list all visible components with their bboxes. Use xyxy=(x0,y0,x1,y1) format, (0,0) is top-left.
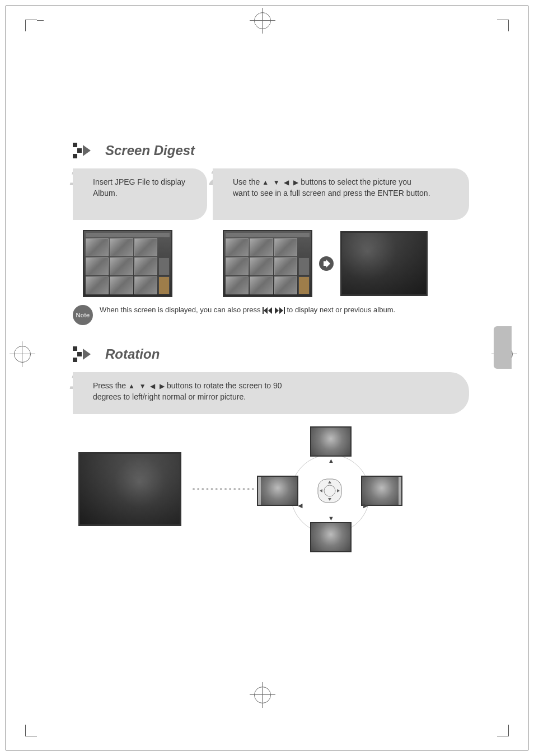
svg-marker-13 xyxy=(83,349,91,360)
regmark-left xyxy=(14,346,31,363)
original-image xyxy=(78,452,181,526)
footnote-post: to display next or previous album. xyxy=(287,306,395,314)
rotated-right xyxy=(361,476,402,506)
rotated-up xyxy=(310,426,352,457)
rotate-diagram: ▲ ▼ ◀ ▶ xyxy=(265,426,394,552)
arrow-up-icon: ▲ xyxy=(262,179,269,186)
section-title-digest: Screen Digest xyxy=(73,143,469,158)
arrow-right-circle-icon xyxy=(319,256,334,271)
rot-line1-pre: Press the xyxy=(93,381,128,390)
album-screen xyxy=(223,230,312,297)
digest-step1: 1 Insert JPEG File to display Album. xyxy=(73,168,207,297)
arrow-up-icon: ▲ xyxy=(328,457,334,464)
svg-rect-11 xyxy=(77,352,82,356)
svg-marker-6 xyxy=(268,307,272,314)
arrow-down-icon: ▼ xyxy=(139,382,146,390)
step1-text: Insert JPEG File to display Album. xyxy=(93,177,185,198)
section-title-rotation-text: Rotation xyxy=(105,346,160,362)
rot-line1-post: buttons to rotate the screen to 90 xyxy=(167,381,282,390)
svg-rect-4 xyxy=(263,307,264,314)
arrow-down-icon: ▼ xyxy=(328,515,334,522)
digest-step2: 2 Use the ▲ ▼ ◀ ▶ buttons to select the … xyxy=(213,168,469,297)
section-title-digest-text: Screen Digest xyxy=(105,143,195,158)
arrow-right-icon: ▶ xyxy=(293,179,298,186)
svg-rect-12 xyxy=(73,358,77,362)
regmark-bottom xyxy=(254,687,271,703)
rotated-left xyxy=(257,476,298,506)
section-title-rotation: Rotation xyxy=(73,346,469,362)
footnote: Note When this screen is displayed, you … xyxy=(73,305,469,325)
arrow-left-icon: ◀ xyxy=(284,179,289,186)
dpad-icon xyxy=(316,477,344,505)
regmark-top xyxy=(254,12,271,29)
album-screen xyxy=(83,230,172,297)
dotted-line xyxy=(193,488,254,490)
step2-line1-post: buttons to select the picture you xyxy=(301,177,411,186)
arrow-left-icon: ◀ xyxy=(298,502,302,509)
svg-rect-10 xyxy=(73,346,77,351)
arrow-up-icon: ▲ xyxy=(128,382,135,390)
svg-marker-8 xyxy=(279,307,283,314)
rot-line2: degrees to left/right normal or mirror p… xyxy=(93,392,246,401)
step2-line1-pre: Use the xyxy=(233,177,262,186)
svg-marker-5 xyxy=(264,307,268,314)
arrow-right-icon: ▶ xyxy=(160,382,165,390)
svg-rect-1 xyxy=(77,148,82,153)
arrow-down-icon: ▼ xyxy=(273,179,280,186)
chevron-icon xyxy=(73,346,100,362)
fullscreen-photo xyxy=(340,231,428,296)
svg-rect-0 xyxy=(73,143,77,147)
rotated-down xyxy=(310,522,352,552)
svg-marker-7 xyxy=(275,307,279,314)
rotation-step1: 1 Press the ▲ ▼ ◀ ▶ buttons to rotate th… xyxy=(73,372,469,552)
footnote-pre: When this screen is displayed, you can a… xyxy=(100,306,263,314)
svg-rect-2 xyxy=(73,154,77,158)
side-tab xyxy=(494,326,512,369)
svg-rect-9 xyxy=(284,307,285,314)
arrow-right-icon: ▶ xyxy=(363,502,368,509)
note-badge: Note xyxy=(73,305,93,325)
chevron-icon xyxy=(73,143,100,158)
skip-next-icon xyxy=(275,307,285,314)
step2-line2: want to see in a full screen and press t… xyxy=(233,189,430,198)
svg-marker-3 xyxy=(83,145,91,156)
skip-prev-icon xyxy=(263,307,273,314)
arrow-left-icon: ◀ xyxy=(150,382,155,390)
